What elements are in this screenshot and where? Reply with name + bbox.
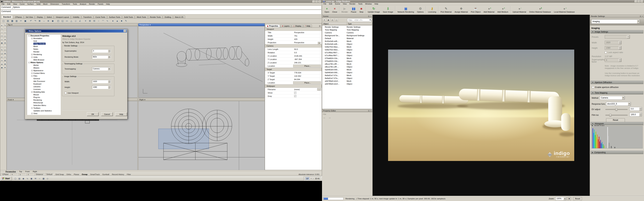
close-icon[interactable]: × xyxy=(642,15,643,17)
tree-item[interactable]: General xyxy=(27,77,60,80)
quick-launch-icon[interactable]: ▤ xyxy=(18,177,21,180)
scene-row[interactable]: 8a9a51e7-07a... Mesh xyxy=(322,74,372,77)
property-row[interactable]: Gray ✓ xyxy=(265,94,322,98)
toolbar-tab[interactable]: New in V5 xyxy=(173,15,185,18)
quick-launch-icon[interactable]: ◉ xyxy=(22,177,25,180)
toolbar-button[interactable]: ●↑ Upload Material xyxy=(511,5,528,14)
ev-adjust-slider[interactable] xyxy=(606,109,628,110)
viewport-tab[interactable]: Front xyxy=(24,171,31,173)
menu-item[interactable]: Render xyxy=(88,3,96,5)
property-value[interactable]: Place... xyxy=(293,65,321,67)
property-row[interactable]: Y Location -967.264 xyxy=(265,58,322,61)
status-toggle[interactable]: Filter xyxy=(126,173,132,175)
tree-expander-icon[interactable]: + xyxy=(31,91,33,93)
property-row[interactable]: Height 429 xyxy=(265,37,322,41)
menu-item[interactable]: Help xyxy=(373,3,380,5)
close-icon[interactable]: × xyxy=(370,110,371,112)
viewport-top-title[interactable]: Top ▾ xyxy=(7,23,138,26)
command-input[interactable]: Command: xyxy=(0,10,322,14)
tray-icon[interactable]: ♪ xyxy=(313,178,314,180)
sidebar-tool-icon[interactable]: ⊞ xyxy=(4,52,6,55)
property-value[interactable]: Place... xyxy=(293,81,321,84)
menu-item[interactable]: Edit xyxy=(328,3,334,5)
tree-expander-icon[interactable]: + xyxy=(31,56,33,58)
toolbar-icon[interactable]: ◰ xyxy=(56,19,60,23)
use-viewport-checkbox[interactable] xyxy=(64,92,66,94)
spinner[interactable]: ▴▾ xyxy=(108,86,110,89)
tree-item[interactable]: Mouse xyxy=(27,93,60,96)
section-aperture-diffraction[interactable]: ▼ Aperture Diffraction xyxy=(591,81,643,84)
sidebar-tool-icon[interactable]: ∠ xyxy=(0,55,3,59)
tree-expander-icon[interactable]: + xyxy=(31,70,33,71)
toolbar-button[interactable]: ▣ Network Rendering xyxy=(396,5,416,14)
toolbar-button[interactable]: ●+ Add Material xyxy=(482,5,496,14)
sidebar-tool-icon[interactable]: ◉ xyxy=(0,41,3,44)
scene-panel-header[interactable]: Scene ⊡× xyxy=(322,15,372,18)
toolbar-icon[interactable]: ∠ xyxy=(78,19,82,23)
close-icon[interactable]: × xyxy=(124,30,126,32)
render-settings-header[interactable]: Render Settings ⊡× xyxy=(590,15,644,18)
menu-item[interactable]: View xyxy=(342,3,348,5)
chevron-down-icon[interactable]: ▼ xyxy=(564,197,566,200)
toolbar-button[interactable]: ⚷ Licensing xyxy=(426,5,438,14)
property-row[interactable]: Width 751 xyxy=(265,34,322,37)
scene-tool-icon[interactable]: ◻ xyxy=(335,18,338,22)
tree-item[interactable]: + Appearance xyxy=(27,69,60,72)
toolbar-tab[interactable]: Standard xyxy=(1,15,13,18)
status-toggle[interactable]: Record History xyxy=(110,173,126,175)
property-value[interactable]: ✓ xyxy=(294,95,296,97)
toolbar-icon[interactable]: ↶ xyxy=(29,19,33,23)
status-toggle[interactable]: Ortho xyxy=(65,173,72,175)
property-row[interactable]: Location Place... xyxy=(265,64,322,68)
tree-expander-icon[interactable]: − xyxy=(28,62,30,63)
menu-item[interactable]: Scene xyxy=(334,3,342,5)
panel-tab[interactable]: ◉Properties xyxy=(265,24,280,27)
status-cell[interactable]: y xyxy=(18,173,26,176)
sidebar-tool-icon[interactable]: ↻ xyxy=(0,48,3,52)
scene-row[interactable]: 8c63e3e6-ed5... Object xyxy=(322,42,372,45)
tray-icon[interactable]: ◓ xyxy=(310,178,312,180)
width-field[interactable]: 1920 ▴▾ xyxy=(92,80,111,83)
toolbar-icon[interactable]: ◠ xyxy=(101,19,105,23)
menu-item[interactable]: View xyxy=(12,3,18,5)
tonemapping-dropdown[interactable]: Camera ▼ xyxy=(92,67,111,70)
menu-item[interactable]: File xyxy=(0,3,6,5)
toolbar-tab[interactable]: CPlanes xyxy=(13,15,24,18)
viewport-perspective-title[interactable]: Perspective ▾ xyxy=(138,23,265,26)
property-value[interactable]: 778.934 xyxy=(293,72,322,74)
toolbar-tab[interactable]: Visibility xyxy=(71,15,81,18)
settings-mode-dropdown[interactable]: Imaging ▼ xyxy=(591,19,640,24)
property-row[interactable]: Filename (none) ... xyxy=(265,88,322,91)
toolbar-tab[interactable]: Curve Tools xyxy=(94,15,107,18)
tree-item[interactable]: + View xyxy=(27,112,60,115)
scene-row[interactable]: 8a9a51e7-07a... Object xyxy=(322,77,372,80)
property-value[interactable]: 2136.441 xyxy=(293,55,322,57)
panel-tab[interactable]: ?Help xyxy=(303,24,312,27)
tree-item[interactable]: Licenses xyxy=(27,88,60,91)
section-compositing[interactable]: ▶ Compositing xyxy=(591,151,643,154)
chevron-down-icon[interactable]: ▼ xyxy=(622,96,624,99)
tree-item[interactable]: + Context Menu xyxy=(27,72,60,75)
language-indicator[interactable]: LV xyxy=(306,177,309,180)
scene-row[interactable]: b7ccf6ba-f567-... Object xyxy=(322,54,372,57)
toolbar-button[interactable]: ●+ Add Medium xyxy=(496,5,510,14)
scene-tool-icon[interactable]: ◎ xyxy=(331,18,334,22)
maximize-icon[interactable]: □ xyxy=(638,0,640,2)
slider-handle[interactable] xyxy=(615,108,618,111)
quick-launch-icon[interactable]: ◇ xyxy=(46,177,49,180)
status-cell[interactable]: x xyxy=(10,173,18,176)
property-row[interactable]: Z Target 84.094 xyxy=(265,78,322,81)
toolbar-tab[interactable]: Surface Tools xyxy=(107,15,122,18)
toolbar-icon[interactable]: ▣ xyxy=(23,19,27,23)
toolbar-icon[interactable]: ≡ xyxy=(84,19,88,23)
toolbar-icon[interactable]: ▭ xyxy=(65,19,69,23)
toolbar-tab[interactable]: Mesh Tools xyxy=(135,15,148,18)
menu-item[interactable]: Panels xyxy=(96,3,105,5)
toolbar-button[interactable] xyxy=(426,6,426,14)
toolbar-tab[interactable]: Viewport Layout xyxy=(54,15,71,18)
toolbar-icon[interactable]: ↷ xyxy=(33,19,37,23)
toolbar-button[interactable]: ⇩ Save Image xyxy=(381,5,394,14)
status-cell[interactable]: Distance xyxy=(34,173,44,176)
chevron-down-icon[interactable]: ▼ xyxy=(108,56,110,58)
scene-tool-icon[interactable]: ◉ xyxy=(327,18,330,22)
